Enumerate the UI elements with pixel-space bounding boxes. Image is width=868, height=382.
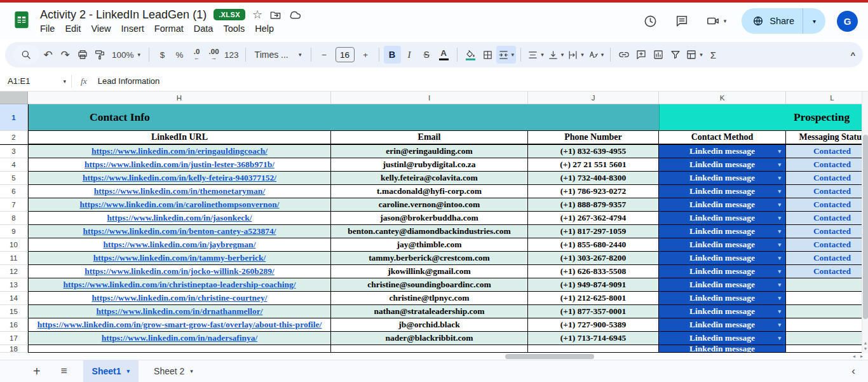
cell-messaging-status[interactable]: Contacted bbox=[786, 185, 862, 198]
cell-phone[interactable]: (+1) 267-362-4794 bbox=[528, 212, 659, 225]
bold-button[interactable]: B bbox=[384, 46, 401, 64]
linkedin-url-link[interactable]: https://www.linkedin.com/in/grow-smart-g… bbox=[37, 320, 322, 330]
vertical-scrollbar[interactable]: ▲ ▼ bbox=[862, 92, 868, 353]
contact-method-dropdown[interactable]: Linkedin message▾ bbox=[659, 265, 786, 278]
avatar[interactable]: G bbox=[837, 11, 858, 32]
header-email[interactable]: Email bbox=[331, 131, 528, 144]
decrease-font-size-button[interactable]: − bbox=[316, 46, 333, 64]
cell-phone[interactable]: (+1) 212-625-8001 bbox=[528, 292, 659, 305]
cell-phone[interactable]: (+1) 626-833-5508 bbox=[528, 265, 659, 278]
cell-email[interactable]: caroline.vernon@intoo.com bbox=[331, 198, 528, 212]
row-header[interactable]: 5 bbox=[0, 172, 28, 185]
menu-help[interactable]: Help bbox=[255, 23, 279, 34]
version-history-icon[interactable] bbox=[643, 14, 658, 29]
menu-data[interactable]: Data bbox=[194, 23, 219, 34]
borders-button[interactable] bbox=[479, 46, 496, 64]
cell-messaging-status[interactable]: Contacted bbox=[786, 225, 862, 238]
cell-messaging-status[interactable] bbox=[786, 345, 862, 353]
linkedin-url-link[interactable]: https://www.linkedin.com/in/christine-co… bbox=[92, 293, 267, 303]
row-header[interactable]: 2 bbox=[0, 131, 28, 144]
undo-button[interactable]: ↶ bbox=[39, 46, 57, 64]
prospecting-band[interactable]: Prospecting bbox=[659, 104, 862, 131]
column-header-j[interactable]: J bbox=[528, 92, 659, 104]
cell-email[interactable]: nathan@strataleadership.com bbox=[331, 305, 528, 318]
text-color-button[interactable]: A bbox=[435, 46, 452, 64]
cell-linkedin-url[interactable]: https://www.linkedin.com/in/kelly-feteir… bbox=[28, 172, 331, 185]
cell-email[interactable]: jb@orchid.black bbox=[331, 318, 528, 332]
cell-phone[interactable]: (+1) 877-357-0001 bbox=[528, 305, 659, 318]
table-views-button[interactable]: ▾ bbox=[684, 46, 705, 64]
cell-phone[interactable]: (+1) 732-404-8300 bbox=[528, 172, 659, 185]
select-all-corner[interactable] bbox=[0, 92, 28, 104]
font-family-select[interactable]: Times ... ▾ bbox=[250, 46, 306, 64]
cell-messaging-status[interactable]: Contacted bbox=[786, 265, 862, 278]
row-header[interactable]: 12 bbox=[0, 265, 28, 278]
increase-decimal-button[interactable]: .00 → bbox=[205, 46, 222, 64]
linkedin-url-link[interactable]: https://www.linkedin.com/in/jasonkeck/ bbox=[107, 213, 252, 223]
print-button[interactable] bbox=[74, 46, 91, 64]
cell-phone[interactable]: (+) 27 21 551 5601 bbox=[528, 158, 659, 172]
contact-method-dropdown[interactable]: Linkedin message▾ bbox=[659, 238, 786, 252]
row-header[interactable]: 1 bbox=[0, 104, 28, 131]
all-sheets-button[interactable]: ≡ bbox=[61, 365, 67, 378]
linkedin-url-link[interactable]: https://www.linkedin.com/in/benton-cante… bbox=[83, 226, 276, 236]
insert-chart-button[interactable] bbox=[649, 46, 667, 64]
contact-method-dropdown[interactable]: Linkedin message bbox=[659, 345, 786, 353]
header-contact-method[interactable]: Contact Method bbox=[659, 131, 786, 144]
collapse-toolbar-button[interactable]: ^ bbox=[850, 50, 855, 60]
italic-button[interactable]: I bbox=[401, 46, 418, 64]
contact-method-dropdown[interactable]: Linkedin message▾ bbox=[659, 332, 786, 345]
column-header-i[interactable]: I bbox=[331, 92, 528, 104]
cell-phone[interactable]: (+1) 786-923-0272 bbox=[528, 185, 659, 198]
collapse-panel-icon[interactable]: ‹ bbox=[851, 365, 855, 378]
menu-insert[interactable]: Insert bbox=[121, 23, 149, 34]
document-title[interactable]: Activity 2 - LinkedIn LeadGen (1) bbox=[40, 8, 207, 22]
linkedin-url-link[interactable]: https://www.linkedin.com/in/jocko-willin… bbox=[85, 266, 275, 276]
linkedin-url-link[interactable]: https://www.linkedin.com/in/justin-leste… bbox=[85, 160, 275, 170]
paint-format-button[interactable] bbox=[91, 46, 108, 64]
row-header[interactable]: 13 bbox=[0, 278, 28, 292]
cell-linkedin-url[interactable]: https://www.linkedin.com/in/eringaulding… bbox=[28, 145, 331, 158]
star-icon[interactable]: ☆ bbox=[252, 9, 262, 20]
sheet-tab-sheet2[interactable]: Sheet 2 ▾ bbox=[145, 360, 202, 382]
cell-email[interactable]: benton.cantey@diamondbackindustries.com bbox=[331, 225, 528, 238]
cell-linkedin-url[interactable]: https://www.linkedin.com/in/themonetarym… bbox=[28, 185, 331, 198]
cell-email[interactable]: jason@brokerbuddha.com bbox=[331, 212, 528, 225]
row-header[interactable]: 3 bbox=[0, 145, 28, 158]
cell-messaging-status[interactable]: Contacted bbox=[786, 212, 862, 225]
contact-info-band[interactable]: Contact Info bbox=[28, 104, 659, 131]
contact-method-dropdown[interactable]: Linkedin message▾ bbox=[659, 318, 786, 332]
linkedin-url-link[interactable]: https://www.linkedin.com/in/eringaulding… bbox=[92, 146, 268, 156]
name-box[interactable]: A1:E1 ▾ bbox=[8, 76, 71, 86]
linkedin-url-link[interactable]: https://www.linkedin.com/in/kelly-feteir… bbox=[83, 173, 276, 183]
cell-email[interactable]: erin@eringaulding.com bbox=[331, 145, 528, 158]
row-header[interactable]: 4 bbox=[0, 158, 28, 172]
cell-email[interactable]: t.macdonald@hyfi-corp.com bbox=[331, 185, 528, 198]
contact-method-dropdown[interactable]: Linkedin message▾ bbox=[659, 225, 786, 238]
cell-linkedin-url[interactable]: https://www.linkedin.com/in/nadersafinya… bbox=[28, 332, 331, 345]
menu-file[interactable]: File bbox=[40, 23, 60, 34]
cell-linkedin-url[interactable]: https://www.linkedin.com/in/benton-cante… bbox=[28, 225, 331, 238]
cell-email[interactable]: jkowillink@gmail.com bbox=[331, 265, 528, 278]
cell-linkedin-url[interactable]: https://www.linkedin.com/in/grow-smart-g… bbox=[28, 318, 331, 332]
row-header[interactable]: 18 bbox=[0, 345, 28, 353]
move-folder-icon[interactable] bbox=[269, 9, 281, 21]
text-rotation-button[interactable]: ▾ bbox=[586, 46, 606, 64]
cell-phone[interactable]: (+1) 727-900-5389 bbox=[528, 318, 659, 332]
cell-linkedin-url[interactable] bbox=[28, 345, 331, 353]
contact-method-dropdown[interactable]: Linkedin message▾ bbox=[659, 212, 786, 225]
cell-linkedin-url[interactable]: https://www.linkedin.com/in/drnathanmell… bbox=[28, 305, 331, 318]
contact-method-dropdown[interactable]: Linkedin message▾ bbox=[659, 198, 786, 212]
cell-linkedin-url[interactable]: https://www.linkedin.com/in/jocko-willin… bbox=[28, 265, 331, 278]
menu-view[interactable]: View bbox=[91, 23, 116, 34]
cell-linkedin-url[interactable]: https://www.linkedin.com/in/tammy-berber… bbox=[28, 252, 331, 265]
cell-phone[interactable]: (+1) 713-714-6945 bbox=[528, 332, 659, 345]
row-header[interactable]: 17 bbox=[0, 332, 28, 345]
merge-cells-button[interactable]: ▾ bbox=[496, 46, 517, 64]
cell-messaging-status[interactable] bbox=[786, 278, 862, 292]
contact-method-dropdown[interactable]: Linkedin message▾ bbox=[659, 145, 786, 158]
cell-messaging-status[interactable]: Contacted bbox=[786, 238, 862, 252]
share-main[interactable]: Share bbox=[742, 8, 803, 34]
sheet-tab-sheet1[interactable]: Sheet1 ▾ bbox=[83, 360, 139, 382]
comment-history-icon[interactable] bbox=[675, 14, 689, 28]
